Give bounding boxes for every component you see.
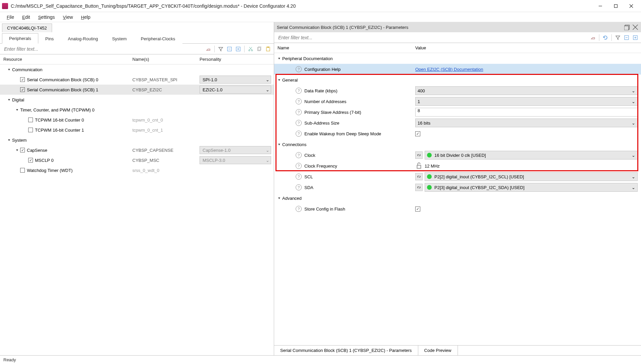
cut-icon[interactable] [247,45,254,53]
chevron-down-icon[interactable] [277,143,282,146]
right-pane: Serial Communication Block (SCB) 1 (CYBS… [274,22,641,355]
tree-name-cell[interactable]: CYBSP_EZI2C [132,87,200,92]
param-connection-dropdown[interactable]: 16 bit Divider 0 clk [USED]⌄ [425,151,638,160]
close-panel-icon[interactable] [632,24,638,30]
help-icon[interactable]: ? [296,88,302,94]
chevron-down-icon[interactable] [277,78,282,82]
param-dropdown[interactable]: 400⌄ [415,86,638,95]
checkbox[interactable] [20,87,25,92]
funnel-icon[interactable] [217,45,224,53]
svg-rect-38 [417,165,421,168]
tree-row[interactable]: Digital [0,95,274,105]
tab-pins[interactable]: Pins [38,34,61,44]
tree-name-cell[interactable]: CYBSP_CAPSENSE [132,148,200,153]
link-icon[interactable] [415,151,423,159]
paste-icon[interactable] [264,45,272,53]
eraser-icon[interactable] [205,45,212,53]
param-text-input[interactable]: 8 [415,108,638,117]
checkbox[interactable] [28,158,33,163]
tab-system[interactable]: System [105,34,134,44]
status-dot-icon [427,153,432,157]
tree-label: Timer, Counter, and PWM (TCPWM) 0 [20,107,94,112]
tab-analog-routing[interactable]: Analog-Routing [61,34,105,44]
refresh-icon[interactable] [602,34,609,41]
tree-row[interactable]: CapSenseCYBSP_CAPSENSECapSense-1.0⌄ [0,145,274,155]
help-icon[interactable]: ? [296,66,302,72]
help-icon[interactable]: ? [296,131,302,137]
tree-row[interactable]: MSCLP 0CYBSP_MSCMSCLP-3.0⌄ [0,155,274,165]
checkbox[interactable] [20,168,25,173]
tree-row[interactable]: Serial Communication Block (SCB) 0CYBSP_… [0,75,274,85]
chevron-down-icon[interactable] [7,98,11,101]
chevron-down-icon[interactable] [277,57,282,60]
personality-dropdown[interactable]: SPI-1.0⌄ [200,76,271,84]
help-icon[interactable]: ? [296,174,302,180]
eraser-icon[interactable] [589,34,597,41]
param-checkbox[interactable] [415,207,420,212]
tab-peripherals[interactable]: Peripherals [2,33,38,44]
tree-row[interactable]: Serial Communication Block (SCB) 1CYBSP_… [0,85,274,95]
link-icon[interactable] [415,184,423,191]
tree-name-cell[interactable]: CYBSP_MASTER_SPI [132,77,200,82]
tree-row[interactable]: Watchdog Timer (WDT)srss_0_wdt_0 [0,165,274,175]
svg-line-14 [249,47,252,50]
chevron-down-icon[interactable] [7,138,11,142]
tree-name-cell[interactable]: CYBSP_MSC [132,158,200,163]
param-label: Sub-Address Size [304,121,339,126]
param-connection-dropdown[interactable]: P2[3] digital_inout (CYBSP_I2C_SDA) [USE… [425,183,638,192]
right-filter-input[interactable] [276,33,588,42]
param-checkbox[interactable] [415,131,420,136]
help-icon[interactable]: ? [296,120,302,126]
collapse-icon[interactable] [226,45,233,53]
menu-settings[interactable]: Settings [35,13,58,21]
funnel-icon[interactable] [614,34,622,41]
bottom-tab[interactable]: Serial Communication Block (SCB) 1 (CYBS… [274,346,418,355]
tree-row[interactable]: TCPWM 16-bit Counter 1tcpwm_0_cnt_1 [0,125,274,135]
link-icon[interactable] [415,173,423,180]
close-button[interactable] [624,1,639,11]
tree-row[interactable]: Communication [0,64,274,75]
tree-row[interactable]: TCPWM 16-bit Counter 0tcpwm_0_cnt_0 [0,115,274,125]
help-icon[interactable]: ? [296,152,302,158]
menu-help[interactable]: Help [78,13,94,21]
collapse-icon[interactable] [623,34,630,41]
minimize-button[interactable] [593,1,608,11]
chevron-down-icon[interactable] [15,108,19,111]
chevron-down-icon[interactable] [7,68,11,71]
help-icon[interactable]: ? [296,184,302,190]
device-tab[interactable]: CY8C4046LQI-T452 [2,24,52,32]
tree-row[interactable]: Timer, Counter, and PWM (TCPWM) 0 [0,105,274,115]
expand-icon[interactable] [632,34,639,41]
param-group-label: Connections [282,142,306,147]
undock-icon[interactable] [624,24,630,30]
expand-icon[interactable] [234,45,242,53]
doc-link[interactable]: Open EZI2C (SCB) Documentation [415,67,483,72]
personality-dropdown[interactable]: EZI2C-1.0⌄ [200,86,271,94]
param-dropdown[interactable]: 16 bits⌄ [415,119,638,127]
checkbox[interactable] [20,77,25,82]
checkbox[interactable] [28,128,33,132]
param-dropdown[interactable]: 1⌄ [415,97,638,106]
help-icon[interactable]: ? [296,206,302,212]
param-connection-dropdown[interactable]: P2[2] digital_inout (CYBSP_I2C_SCL) [USE… [425,172,638,181]
bottom-tab[interactable]: Code Preview [418,346,458,355]
help-icon[interactable]: ? [296,163,302,169]
param-group-label: Advanced [282,196,302,201]
left-filter-input[interactable] [2,44,203,54]
copy-icon[interactable] [256,45,263,53]
left-pane: CY8C4046LQI-T452 PeripheralsPinsAnalog-R… [0,22,274,355]
chevron-down-icon[interactable] [277,196,282,200]
maximize-button[interactable] [608,1,624,11]
svg-point-11 [249,50,250,51]
tab-peripheral-clocks[interactable]: Peripheral-Clocks [134,34,182,44]
param-row: ?Store Config in Flash [274,203,641,214]
checkbox[interactable] [20,148,25,152]
menu-file[interactable]: File [3,13,17,21]
chevron-down-icon[interactable] [15,148,19,152]
help-icon[interactable]: ? [296,98,302,104]
menu-edit[interactable]: Edit [19,13,33,21]
checkbox[interactable] [28,118,33,122]
help-icon[interactable]: ? [296,109,302,115]
menu-view[interactable]: View [59,13,76,21]
tree-row[interactable]: System [0,135,274,145]
